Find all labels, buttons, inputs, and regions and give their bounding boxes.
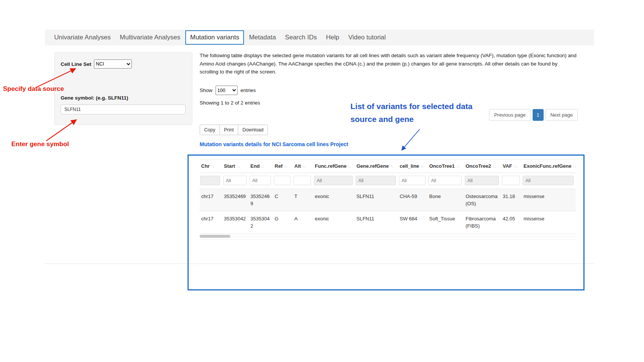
filter-end[interactable] <box>250 176 271 185</box>
table-row: chr17 35352469 35352469 C T exonic SLFN1… <box>200 189 576 211</box>
cell-oncotree1: Soft_Tissue <box>428 211 464 234</box>
cell-ref: C <box>273 189 293 211</box>
cell-vaf: 42.05 <box>501 211 522 234</box>
download-button[interactable]: Download <box>238 125 268 135</box>
column-header-oncotree2[interactable]: OncoTree2↑↓ <box>464 159 501 173</box>
sort-icon: ↑↓ <box>211 164 214 169</box>
sort-icon: ↑↓ <box>237 164 240 169</box>
filter-oncotree1[interactable] <box>428 176 462 185</box>
sort-icon: ↑↓ <box>492 164 496 169</box>
tab-help[interactable]: Help <box>321 30 344 45</box>
cell-end: 35352469 <box>249 189 273 211</box>
column-header-alt[interactable]: Alt↑↓ <box>293 159 313 173</box>
show-label: Show <box>200 87 213 93</box>
pagination: Previous page 1 Next page <box>489 109 578 121</box>
filter-start[interactable] <box>223 176 247 185</box>
filter-oncotree2[interactable] <box>465 176 499 185</box>
sort-icon: ↑↓ <box>390 164 393 169</box>
sort-icon: ↑↓ <box>456 164 459 169</box>
cell-line-set-label: Cell Line Set <box>61 61 91 67</box>
filter-func-refgene[interactable] <box>314 176 353 185</box>
column-header-exonicfunc-refgene[interactable]: ExonicFunc.refGene↑↓ <box>522 159 576 173</box>
sort-icon: ↑↓ <box>420 164 424 169</box>
show-entries-select[interactable]: 100 <box>216 86 238 95</box>
next-page-button[interactable]: Next page <box>546 109 578 121</box>
tab-univariate-analyses[interactable]: Univariate Analyses <box>50 30 115 45</box>
filter-gene-refgene[interactable] <box>356 176 396 185</box>
variants-table: Chr↑↓ Start↑↓ End↑↓ Ref↑↓ Alt↑↓ Func.ref… <box>200 159 576 234</box>
column-header-vaf[interactable]: VAF↑↓ <box>501 159 522 173</box>
cell-cell-line: SW 684 <box>398 211 428 234</box>
tab-video-tutorial[interactable]: Video tutorial <box>344 30 390 45</box>
filter-exonicfunc-refgene[interactable] <box>523 176 574 185</box>
cell-alt: T <box>293 189 313 211</box>
column-header-start[interactable]: Start↑↓ <box>222 159 249 173</box>
export-button-group: Copy Print Download <box>200 125 268 135</box>
annotation-variants-note: List of variants for selected data sourc… <box>350 100 499 126</box>
sort-icon: ↑↓ <box>284 164 287 169</box>
cell-cell-line: CHA-59 <box>398 189 428 211</box>
tab-search-ids[interactable]: Search IDs <box>280 30 321 45</box>
cell-start: 35353042 <box>222 211 249 234</box>
column-header-func-refgene[interactable]: Func.refGene↑↓ <box>313 159 355 173</box>
annotation-specify-data-source: Specify data source <box>3 85 64 93</box>
table-description-text: The following table displays the selecte… <box>200 51 577 76</box>
table-header-row: Chr↑↓ Start↑↓ End↑↓ Ref↑↓ Alt↑↓ Func.ref… <box>200 159 576 173</box>
cell-chr: chr17 <box>200 211 222 234</box>
filter-ref[interactable] <box>274 176 291 185</box>
sort-icon: ↑↓ <box>302 164 305 169</box>
filter-alt[interactable] <box>294 176 311 185</box>
column-header-oncotree1[interactable]: OncoTree1↑↓ <box>428 159 464 173</box>
cell-vaf: 31.18 <box>501 189 522 211</box>
arrow-variants-list <box>402 129 420 150</box>
gene-symbol-input[interactable] <box>61 105 186 114</box>
tab-multivariate-analyses[interactable]: Multivariate Analyses <box>115 30 185 45</box>
sort-icon: ↑↓ <box>348 164 351 169</box>
input-panel: Cell Line Set NCI Gene symbol: (e.g. SLF… <box>54 52 192 125</box>
sort-icon: ↑↓ <box>573 164 576 169</box>
cell-alt: A <box>293 211 313 234</box>
content-divider <box>45 264 594 264</box>
column-header-gene-refgene[interactable]: Gene.refGene↑↓ <box>355 159 398 173</box>
tab-mutation-variants[interactable]: Mutation variants <box>185 30 244 45</box>
annotation-enter-gene-symbol: Enter gene symbol <box>11 140 69 148</box>
copy-button[interactable]: Copy <box>200 125 220 135</box>
table-horizontal-scrollbar[interactable] <box>200 235 576 238</box>
cell-gene-refgene: SLFN11 <box>355 189 398 211</box>
cell-oncotree2: Osteosarcoma (OS) <box>464 189 501 211</box>
table-filter-row <box>200 173 576 189</box>
cell-oncotree2: Fibrosarcoma (FIBS) <box>464 211 501 234</box>
cell-chr: chr17 <box>200 189 222 211</box>
show-entries-control: Show 100 entries <box>200 86 256 95</box>
cell-end: 35353042 <box>249 211 273 234</box>
column-header-cell-line[interactable]: cell_line↑↓ <box>398 159 428 173</box>
cell-line-set-select[interactable]: NCI <box>94 59 132 69</box>
filter-vaf[interactable] <box>502 176 520 185</box>
sort-icon: ↑↓ <box>261 164 264 169</box>
table-title: Mutation variants details for NCI Sarcom… <box>200 141 348 147</box>
print-button[interactable]: Print <box>220 125 238 135</box>
gene-symbol-label: Gene symbol: (e.g. SLFN11) <box>61 95 186 101</box>
cell-func-refgene: exonic <box>313 211 355 234</box>
column-header-chr[interactable]: Chr↑↓ <box>200 159 222 173</box>
showing-entries-text: Showing 1 to 2 of 2 entries <box>200 100 260 106</box>
filter-cell-line[interactable] <box>399 176 425 185</box>
cell-start: 35352469 <box>222 189 249 211</box>
page: Univariate Analyses Multivariate Analyse… <box>0 0 644 362</box>
column-header-end[interactable]: End↑↓ <box>249 159 273 173</box>
variants-table-container: Chr↑↓ Start↑↓ End↑↓ Ref↑↓ Alt↑↓ Func.ref… <box>200 159 576 240</box>
table-row: chr17 35353042 35353042 G A exonic SLFN1… <box>200 211 576 234</box>
cell-gene-refgene: SLFN11 <box>355 211 398 234</box>
cell-oncotree1: Bone <box>428 189 464 211</box>
cell-exonicfunc-refgene: missense <box>522 189 576 211</box>
entries-label: entries <box>241 87 256 93</box>
cell-func-refgene: exonic <box>313 189 355 211</box>
scrollbar-thumb[interactable] <box>200 235 230 238</box>
column-header-ref[interactable]: Ref↑↓ <box>273 159 293 173</box>
main-nav: Univariate Analyses Multivariate Analyse… <box>45 30 594 45</box>
page-1-button[interactable]: 1 <box>533 109 544 121</box>
cell-ref: G <box>273 211 293 234</box>
table-bottom-line <box>200 239 576 240</box>
filter-chr[interactable] <box>200 176 220 185</box>
tab-metadata[interactable]: Metadata <box>244 30 280 45</box>
